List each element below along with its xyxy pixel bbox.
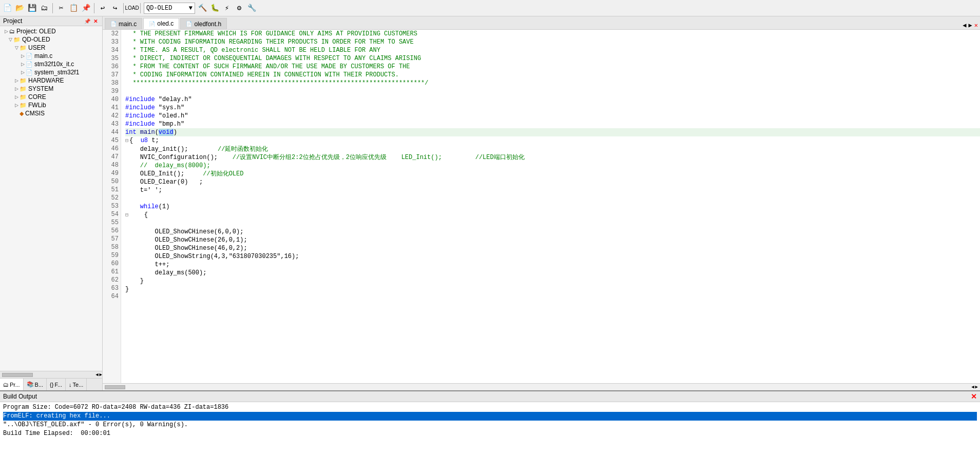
code-line-44: int main(void) (125, 128, 980, 136)
code-line-48: // delay_ms(8000); (125, 162, 980, 170)
tab-oledfont-h[interactable]: 📄 oledfont.h (180, 18, 227, 29)
system-label: system_stm32f1 (34, 69, 79, 76)
code-line-38: ****************************************… (125, 79, 980, 87)
line-num-59: 59 (105, 251, 119, 260)
qd-oled-label: QD-OLED (22, 36, 50, 43)
fold-button[interactable]: ⊟ (125, 212, 128, 218)
code-line-54: ⊟ { (125, 211, 980, 220)
code-content[interactable]: * THE PRESENT FIRMWARE WHICH IS FOR GUID… (121, 30, 980, 383)
tree-item-project[interactable]: ▷ 🗂 Project: OLED (1, 27, 101, 35)
expand-system-folder[interactable]: ▷ (13, 86, 20, 91)
line-num-39: 39 (105, 87, 119, 95)
cut-icon[interactable]: ✂ (56, 3, 66, 13)
code-hscroll[interactable]: ◀ ▶ (103, 383, 980, 390)
line-num-51: 51 (105, 186, 119, 194)
build-icon[interactable]: 🔨 (197, 3, 207, 13)
sidebar-title: Project (3, 17, 22, 25)
line-num-44: 44 (105, 128, 119, 136)
expand-core[interactable]: ▷ (13, 94, 20, 100)
tree-item-qd-oled[interactable]: ▽ 📁 QD-OLED (1, 35, 101, 44)
expand-qd-oled[interactable]: ▽ (7, 37, 13, 42)
line-num-45: 45 (105, 136, 119, 145)
user-label: USER (28, 44, 45, 51)
redo-icon[interactable]: ↪ (110, 3, 120, 13)
paste-icon[interactable]: 📌 (81, 3, 91, 13)
code-line-45: ⊟{ u8 t; (125, 136, 980, 145)
sidebar-tab-books[interactable]: 📚 B... (24, 379, 47, 390)
tree-item-fwlib[interactable]: ▷ 📁 FWLib (1, 101, 101, 109)
code-line-33: * WITH CODING INFORMATION REGARDING THEI… (125, 38, 980, 46)
open-icon[interactable]: 📂 (14, 3, 25, 13)
code-line-40: #include "delay.h" (125, 95, 980, 104)
stm32-label: stm32f10x_it.c (34, 61, 74, 68)
scroll-left-icon[interactable]: ◀ (95, 372, 98, 377)
build-output-close-button[interactable]: ✕ (971, 392, 977, 401)
code-line-58: OLED_ShowCHinese(46,0,2); (125, 244, 980, 252)
toolbar: 📄 📂 💾 🗂 ✂ 📋 📌 ↩ ↪ LOAD QD-OLED ▼ 🔨 🐛 ⚡ ⚙… (0, 0, 980, 16)
folder-core-icon: 📁 (20, 94, 27, 101)
tree-item-stm32[interactable]: ▷ 📄 stm32f10x_it.c (1, 60, 101, 68)
undo-icon[interactable]: ↩ (98, 3, 108, 13)
tree-item-hardware[interactable]: ▷ 📁 HARDWARE (1, 76, 101, 85)
line-num-35: 35 (105, 54, 119, 63)
tree-item-user[interactable]: ▽ 📁 USER (1, 44, 101, 52)
code-line-32: * THE PRESENT FIRMWARE WHICH IS FOR GUID… (125, 30, 980, 38)
sidebar-tab-templates[interactable]: ↓ Te... (66, 379, 87, 390)
code-line-64 (125, 293, 980, 302)
sidebar-header-buttons: 📌 ✕ (84, 17, 99, 25)
hscroll-thumb[interactable] (2, 373, 33, 377)
expand-fwlib[interactable]: ▷ (13, 103, 20, 108)
sidebar-pin-button[interactable]: 📌 (84, 17, 91, 25)
fold-button[interactable]: ⊟ (125, 138, 128, 144)
build-line-2: "..\OBJ\TEST_OLED.axf" - 0 Error(s), 0 W… (3, 421, 977, 429)
expand-hardware[interactable]: ▷ (13, 78, 20, 83)
save-icon[interactable]: 💾 (27, 3, 37, 13)
tab-close-all-icon[interactable]: ✕ (974, 22, 978, 29)
options-icon[interactable]: ⚙ (234, 3, 244, 13)
code-line-63: } (125, 285, 980, 293)
expand-system[interactable]: ▷ (20, 70, 26, 75)
tab-oledfont-h-icon: 📄 (186, 21, 192, 27)
sidebar-close-button[interactable]: ✕ (92, 17, 99, 25)
tab-main-c-label: main.c (119, 21, 137, 28)
expand-project[interactable]: ▷ (3, 29, 9, 34)
save-all-icon[interactable]: 🗂 (39, 3, 49, 13)
line-num-33: 33 (105, 38, 119, 46)
extra-icon[interactable]: 🔧 (246, 3, 257, 13)
tab-scroll-right-icon[interactable]: ▶ (969, 22, 972, 29)
build-output-header: Build Output ✕ (0, 391, 980, 402)
code-scroll-right-icon[interactable]: ▶ (975, 384, 978, 390)
sidebar-tab-books-icon: 📚 (27, 381, 34, 388)
code-line-50: OLED_Clear(0) ; (125, 178, 980, 186)
tab-main-c[interactable]: 📄 main.c (105, 18, 142, 29)
sidebar-tab-functions[interactable]: {} F... (47, 379, 66, 390)
tab-scroll-left-icon[interactable]: ◀ (963, 22, 966, 29)
cmsis-label: CMSIS (25, 110, 45, 117)
scroll-right-icon[interactable]: ▶ (100, 372, 102, 377)
tree-item-system[interactable]: ▷ 📄 system_stm32f1 (1, 68, 101, 76)
flash-icon[interactable]: ⚡ (222, 3, 232, 13)
load-icon[interactable]: LOAD (127, 3, 137, 13)
tree-item-main-c[interactable]: ▷ 📄 main.c (1, 52, 101, 60)
new-icon[interactable]: 📄 (2, 3, 12, 13)
code-line-47: NVIC_Configuration(); //设置NVIC中断分组2:2位抢占… (125, 153, 980, 162)
sidebar-hscroll[interactable]: ◀ ▶ (0, 371, 102, 378)
line-num-50: 50 (105, 177, 119, 186)
expand-stm32[interactable]: ▷ (20, 62, 26, 67)
tree-item-system-folder[interactable]: ▷ 📁 SYSTEM (1, 85, 101, 93)
code-hscroll-thumb[interactable] (105, 385, 125, 389)
copy-icon[interactable]: 📋 (68, 3, 79, 13)
code-scroll-left-icon[interactable]: ◀ (971, 384, 974, 390)
tree-item-core[interactable]: ▷ 📁 CORE (1, 93, 101, 101)
target-dropdown[interactable]: QD-OLED ▼ (144, 3, 195, 14)
expand-main-c[interactable]: ▷ (20, 53, 26, 58)
debug-icon[interactable]: 🐛 (209, 3, 220, 13)
expand-user[interactable]: ▽ (13, 45, 20, 50)
tab-oled-c[interactable]: 📄 oled.c (143, 18, 179, 29)
code-line-49: OLED_Init(); //初始化OLED (125, 170, 980, 178)
sidebar-tab-project[interactable]: 🗂 Pr... (0, 379, 24, 390)
code-line-62: } (125, 277, 980, 285)
tab-main-c-icon: 📄 (110, 21, 117, 27)
code-line-34: * TIME. AS A RESULT, QD electronic SHALL… (125, 46, 980, 54)
tree-item-cmsis[interactable]: ◆ CMSIS (1, 109, 101, 117)
